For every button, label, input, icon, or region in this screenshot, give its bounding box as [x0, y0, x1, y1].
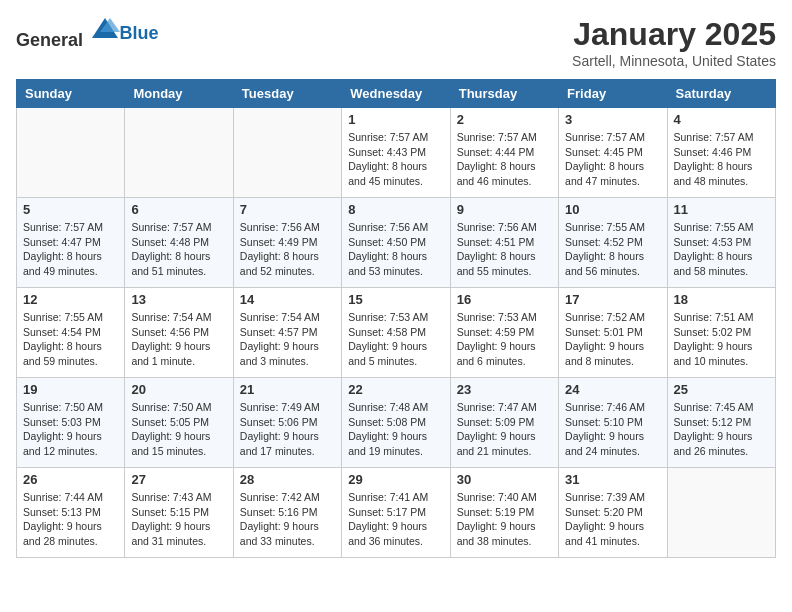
table-cell: 1Sunrise: 7:57 AMSunset: 4:43 PMDaylight…	[342, 108, 450, 198]
day-info: Sunrise: 7:50 AMSunset: 5:03 PMDaylight:…	[23, 400, 118, 459]
day-number: 25	[674, 382, 769, 397]
week-row-4: 19Sunrise: 7:50 AMSunset: 5:03 PMDayligh…	[17, 378, 776, 468]
day-number: 2	[457, 112, 552, 127]
day-info: Sunrise: 7:50 AMSunset: 5:05 PMDaylight:…	[131, 400, 226, 459]
table-cell: 16Sunrise: 7:53 AMSunset: 4:59 PMDayligh…	[450, 288, 558, 378]
day-info: Sunrise: 7:39 AMSunset: 5:20 PMDaylight:…	[565, 490, 660, 549]
day-number: 9	[457, 202, 552, 217]
day-info: Sunrise: 7:44 AMSunset: 5:13 PMDaylight:…	[23, 490, 118, 549]
weekday-header-row: Sunday Monday Tuesday Wednesday Thursday…	[17, 80, 776, 108]
day-info: Sunrise: 7:57 AMSunset: 4:44 PMDaylight:…	[457, 130, 552, 189]
table-cell: 4Sunrise: 7:57 AMSunset: 4:46 PMDaylight…	[667, 108, 775, 198]
day-number: 18	[674, 292, 769, 307]
day-number: 12	[23, 292, 118, 307]
day-number: 19	[23, 382, 118, 397]
day-number: 27	[131, 472, 226, 487]
table-cell: 19Sunrise: 7:50 AMSunset: 5:03 PMDayligh…	[17, 378, 125, 468]
calendar-header: General Blue January 2025 Sartell, Minne…	[16, 16, 776, 69]
week-row-3: 12Sunrise: 7:55 AMSunset: 4:54 PMDayligh…	[17, 288, 776, 378]
day-info: Sunrise: 7:46 AMSunset: 5:10 PMDaylight:…	[565, 400, 660, 459]
title-area: January 2025 Sartell, Minnesota, United …	[572, 16, 776, 69]
day-number: 15	[348, 292, 443, 307]
day-number: 30	[457, 472, 552, 487]
table-cell: 2Sunrise: 7:57 AMSunset: 4:44 PMDaylight…	[450, 108, 558, 198]
day-number: 24	[565, 382, 660, 397]
day-info: Sunrise: 7:42 AMSunset: 5:16 PMDaylight:…	[240, 490, 335, 549]
day-number: 16	[457, 292, 552, 307]
table-cell: 6Sunrise: 7:57 AMSunset: 4:48 PMDaylight…	[125, 198, 233, 288]
table-cell: 13Sunrise: 7:54 AMSunset: 4:56 PMDayligh…	[125, 288, 233, 378]
day-number: 6	[131, 202, 226, 217]
table-cell: 23Sunrise: 7:47 AMSunset: 5:09 PMDayligh…	[450, 378, 558, 468]
day-info: Sunrise: 7:55 AMSunset: 4:52 PMDaylight:…	[565, 220, 660, 279]
week-row-1: 1Sunrise: 7:57 AMSunset: 4:43 PMDaylight…	[17, 108, 776, 198]
month-title: January 2025	[572, 16, 776, 53]
day-number: 21	[240, 382, 335, 397]
day-number: 1	[348, 112, 443, 127]
day-info: Sunrise: 7:55 AMSunset: 4:53 PMDaylight:…	[674, 220, 769, 279]
day-info: Sunrise: 7:57 AMSunset: 4:45 PMDaylight:…	[565, 130, 660, 189]
location-subtitle: Sartell, Minnesota, United States	[572, 53, 776, 69]
day-info: Sunrise: 7:40 AMSunset: 5:19 PMDaylight:…	[457, 490, 552, 549]
day-number: 14	[240, 292, 335, 307]
table-cell: 12Sunrise: 7:55 AMSunset: 4:54 PMDayligh…	[17, 288, 125, 378]
day-number: 28	[240, 472, 335, 487]
table-cell: 17Sunrise: 7:52 AMSunset: 5:01 PMDayligh…	[559, 288, 667, 378]
day-number: 20	[131, 382, 226, 397]
day-number: 22	[348, 382, 443, 397]
logo-icon	[90, 16, 120, 46]
table-cell: 9Sunrise: 7:56 AMSunset: 4:51 PMDaylight…	[450, 198, 558, 288]
day-info: Sunrise: 7:45 AMSunset: 5:12 PMDaylight:…	[674, 400, 769, 459]
logo-general-text: General	[16, 30, 83, 50]
table-cell: 28Sunrise: 7:42 AMSunset: 5:16 PMDayligh…	[233, 468, 341, 558]
day-number: 8	[348, 202, 443, 217]
header-thursday: Thursday	[450, 80, 558, 108]
table-cell	[125, 108, 233, 198]
day-info: Sunrise: 7:52 AMSunset: 5:01 PMDaylight:…	[565, 310, 660, 369]
day-number: 23	[457, 382, 552, 397]
table-cell: 18Sunrise: 7:51 AMSunset: 5:02 PMDayligh…	[667, 288, 775, 378]
day-info: Sunrise: 7:56 AMSunset: 4:49 PMDaylight:…	[240, 220, 335, 279]
table-cell: 7Sunrise: 7:56 AMSunset: 4:49 PMDaylight…	[233, 198, 341, 288]
header-sunday: Sunday	[17, 80, 125, 108]
table-cell: 27Sunrise: 7:43 AMSunset: 5:15 PMDayligh…	[125, 468, 233, 558]
day-info: Sunrise: 7:57 AMSunset: 4:46 PMDaylight:…	[674, 130, 769, 189]
table-cell: 26Sunrise: 7:44 AMSunset: 5:13 PMDayligh…	[17, 468, 125, 558]
day-number: 13	[131, 292, 226, 307]
day-info: Sunrise: 7:49 AMSunset: 5:06 PMDaylight:…	[240, 400, 335, 459]
day-info: Sunrise: 7:57 AMSunset: 4:43 PMDaylight:…	[348, 130, 443, 189]
table-cell	[233, 108, 341, 198]
day-info: Sunrise: 7:54 AMSunset: 4:57 PMDaylight:…	[240, 310, 335, 369]
week-row-5: 26Sunrise: 7:44 AMSunset: 5:13 PMDayligh…	[17, 468, 776, 558]
table-cell: 14Sunrise: 7:54 AMSunset: 4:57 PMDayligh…	[233, 288, 341, 378]
table-cell: 15Sunrise: 7:53 AMSunset: 4:58 PMDayligh…	[342, 288, 450, 378]
table-cell: 11Sunrise: 7:55 AMSunset: 4:53 PMDayligh…	[667, 198, 775, 288]
day-info: Sunrise: 7:53 AMSunset: 4:59 PMDaylight:…	[457, 310, 552, 369]
table-cell: 22Sunrise: 7:48 AMSunset: 5:08 PMDayligh…	[342, 378, 450, 468]
header-friday: Friday	[559, 80, 667, 108]
header-wednesday: Wednesday	[342, 80, 450, 108]
header-tuesday: Tuesday	[233, 80, 341, 108]
table-cell: 31Sunrise: 7:39 AMSunset: 5:20 PMDayligh…	[559, 468, 667, 558]
day-info: Sunrise: 7:57 AMSunset: 4:48 PMDaylight:…	[131, 220, 226, 279]
day-number: 11	[674, 202, 769, 217]
day-number: 10	[565, 202, 660, 217]
table-cell: 30Sunrise: 7:40 AMSunset: 5:19 PMDayligh…	[450, 468, 558, 558]
day-info: Sunrise: 7:54 AMSunset: 4:56 PMDaylight:…	[131, 310, 226, 369]
table-cell: 3Sunrise: 7:57 AMSunset: 4:45 PMDaylight…	[559, 108, 667, 198]
table-cell	[667, 468, 775, 558]
day-number: 3	[565, 112, 660, 127]
day-number: 7	[240, 202, 335, 217]
day-number: 29	[348, 472, 443, 487]
week-row-2: 5Sunrise: 7:57 AMSunset: 4:47 PMDaylight…	[17, 198, 776, 288]
day-info: Sunrise: 7:53 AMSunset: 4:58 PMDaylight:…	[348, 310, 443, 369]
day-info: Sunrise: 7:43 AMSunset: 5:15 PMDaylight:…	[131, 490, 226, 549]
day-info: Sunrise: 7:56 AMSunset: 4:50 PMDaylight:…	[348, 220, 443, 279]
day-number: 17	[565, 292, 660, 307]
logo-blue-text: Blue	[120, 23, 159, 43]
day-info: Sunrise: 7:41 AMSunset: 5:17 PMDaylight:…	[348, 490, 443, 549]
table-cell: 8Sunrise: 7:56 AMSunset: 4:50 PMDaylight…	[342, 198, 450, 288]
day-info: Sunrise: 7:55 AMSunset: 4:54 PMDaylight:…	[23, 310, 118, 369]
header-monday: Monday	[125, 80, 233, 108]
day-number: 4	[674, 112, 769, 127]
